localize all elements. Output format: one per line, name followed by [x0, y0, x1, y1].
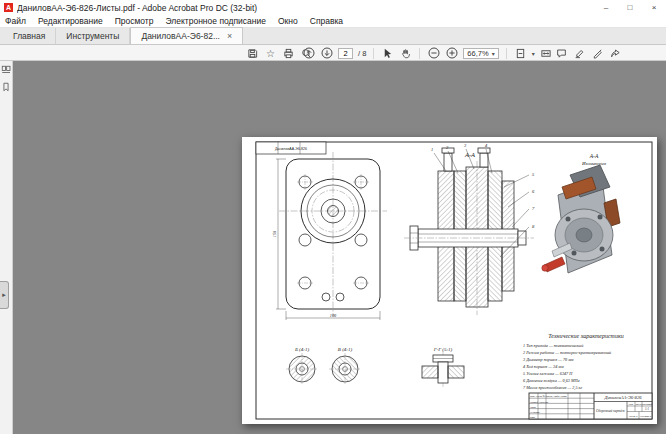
star-button[interactable]: ☆ [264, 47, 277, 60]
chevron-down-icon[interactable]: ▾ [532, 50, 535, 57]
tab-tools[interactable]: Инструменты [56, 28, 130, 44]
fit-width-button[interactable] [540, 47, 553, 60]
menu-edit[interactable]: Редактирование [38, 16, 103, 26]
menu-bar: Файл Редактирование Просмотр Электронное… [0, 15, 666, 28]
print-button[interactable] [282, 47, 295, 60]
window-controls: – □ × [594, 0, 666, 15]
detail-b-label: Б (4:1) [294, 347, 310, 352]
page-number-input[interactable] [338, 48, 353, 59]
menu-file[interactable]: Файл [5, 16, 26, 26]
tb-scale-value: 1:1 [645, 407, 649, 411]
tech-title: Технические характеристики [548, 333, 624, 339]
page-total-label: / 8 [358, 49, 366, 58]
cursor-icon [382, 48, 393, 59]
tb-sheets: Листов 8 [639, 415, 652, 418]
tb-row-2: Пров. [529, 406, 537, 409]
comment-tool-button[interactable] [555, 47, 568, 60]
callout-5: 5 [532, 172, 535, 177]
tech-line-5: 5 Усилие зажима — 6347 Н [523, 371, 573, 376]
save-icon [247, 48, 258, 59]
section-view: А-А [404, 143, 535, 315]
tech-line-7: 7 Масса приспособления — 2,5 кг [523, 385, 582, 391]
arrow-down-circle-icon [321, 47, 333, 59]
tb-doc-name: Сборочный чертёж [596, 408, 626, 413]
zoom-out-button[interactable] [427, 47, 440, 60]
close-button[interactable]: × [642, 0, 666, 15]
tech-line-3: 3 Диаметр поршня — 70 мм [523, 357, 574, 362]
tb-scale-label: Масштаб [641, 403, 653, 405]
acrobat-window: A ДаниловАА-Э6-826-Листы.pdf - Adobe Acr… [0, 0, 666, 434]
title-block: Изм. Лист № докум. Подп. Дата Разраб. Да… [529, 393, 653, 419]
expand-panel-button[interactable]: ▸ [0, 281, 9, 309]
window-titlebar: A ДаниловАА-Э6-826-Листы.pdf - Adobe Acr… [0, 0, 666, 15]
next-page-button[interactable] [320, 47, 333, 60]
plus-circle-icon [446, 47, 458, 59]
tab-bar: Главная Инструменты ДаниловАА-Э6-82... × [0, 28, 666, 45]
callout-8: 8 [532, 224, 535, 229]
navigation-rail [0, 61, 13, 434]
pdf-page: ДаниловАА-Э6-826 [242, 137, 657, 424]
dim-width-text: 100 [330, 313, 337, 318]
fit-page-button[interactable] [514, 47, 527, 60]
fit-width-icon [540, 48, 552, 59]
zoom-in-button[interactable] [445, 47, 458, 60]
menu-view[interactable]: Просмотр [115, 16, 154, 26]
tab-document-label: ДаниловАА-Э6-82... [141, 28, 220, 45]
detail-view-v: В (4:1) [329, 347, 361, 385]
maximize-button[interactable]: □ [618, 0, 642, 15]
previous-page-button[interactable] [302, 47, 315, 60]
hand-icon [400, 48, 411, 59]
minimize-button[interactable]: – [594, 0, 618, 15]
minus-circle-icon [428, 47, 440, 59]
bookmarks-button[interactable] [1, 82, 11, 92]
acrobat-logo-icon: A [4, 3, 13, 12]
hand-tool-button[interactable] [399, 47, 412, 60]
menu-help[interactable]: Справка [310, 16, 343, 26]
iso-label-1: А-А [589, 153, 599, 159]
section-label: А-А [464, 151, 475, 158]
thumbnails-icon [1, 65, 11, 75]
send-icon [610, 48, 621, 59]
callout-6: 6 [532, 189, 535, 194]
save-button[interactable] [246, 47, 259, 60]
tb-header-row: Изм. Лист № докум. Подп. Дата [529, 395, 567, 398]
front-view: 100 150 [272, 152, 387, 320]
tb-row-1: Разраб. Данилов [529, 401, 549, 404]
dim-height-text: 150 [272, 230, 277, 237]
share-tool-button[interactable] [609, 47, 622, 60]
workspace: ▸ [0, 61, 666, 434]
tab-document[interactable]: ДаниловАА-Э6-82... × [130, 27, 243, 44]
engineering-drawing: ДаниловАА-Э6-826 [242, 137, 657, 424]
menu-esign[interactable]: Электронное подписание [166, 16, 266, 26]
iso-label-2: Изометрия [581, 161, 607, 166]
highlight-tool-button[interactable] [573, 47, 586, 60]
tech-line-4: 4 Ход поршня — 34 мм [523, 364, 564, 369]
dimension-width: 100 [286, 311, 380, 320]
tab-home[interactable]: Главная [3, 28, 56, 44]
comment-icon [556, 48, 567, 59]
menu-window[interactable]: Окно [278, 16, 298, 26]
corner-stamp: ДаниловАА-Э6-826 [256, 142, 326, 154]
document-canvas[interactable]: ДаниловАА-Э6-826 [13, 61, 666, 434]
tb-designation: ДаниловАА-Э6-826 [603, 395, 642, 400]
tech-specs: Технические характеристики 1 Тип привода… [523, 333, 624, 391]
window-title: ДаниловАА-Э6-826-Листы.pdf - Adobe Acrob… [17, 3, 257, 13]
page-thumbnails-button[interactable] [1, 65, 11, 75]
isometric-view: А-А Изометрия [542, 153, 620, 273]
tb-row-3: Н.контр. [529, 411, 540, 414]
toolbar-divider [506, 48, 507, 59]
detail-g-label: Г-Г (5:1) [433, 347, 453, 352]
tech-line-2: 2 Режим работы — повторно-кратковременны… [523, 350, 612, 355]
toolbar-nav-group: / 8 66,7% ▾ ▾ [302, 46, 553, 60]
zoom-level-dropdown[interactable]: 66,7% ▾ [463, 48, 498, 59]
select-tool-button[interactable] [381, 47, 394, 60]
tech-line-1: 1 Тип привода — пневматический [523, 343, 584, 348]
tab-close-icon[interactable]: × [227, 28, 232, 45]
callout-4: 4 [485, 143, 488, 148]
toolbar-divider [419, 48, 420, 59]
callout-7: 7 [532, 206, 535, 211]
sign-tool-button[interactable] [591, 47, 604, 60]
detail-v-label: В (4:1) [338, 347, 353, 352]
detail-view-g: Г-Г (5:1) [422, 347, 464, 387]
dimension-height: 150 [272, 159, 286, 309]
